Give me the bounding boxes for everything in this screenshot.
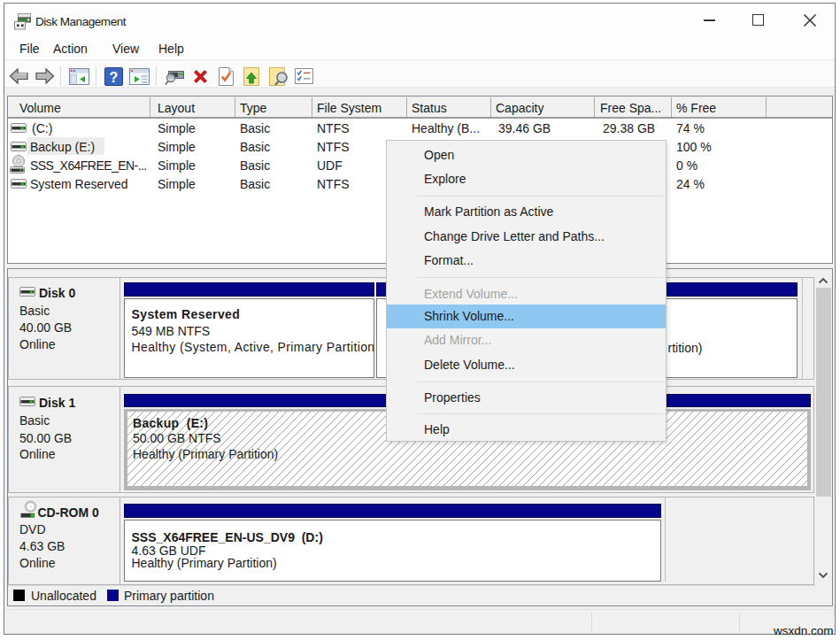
svg-text:?: ? (110, 70, 119, 85)
